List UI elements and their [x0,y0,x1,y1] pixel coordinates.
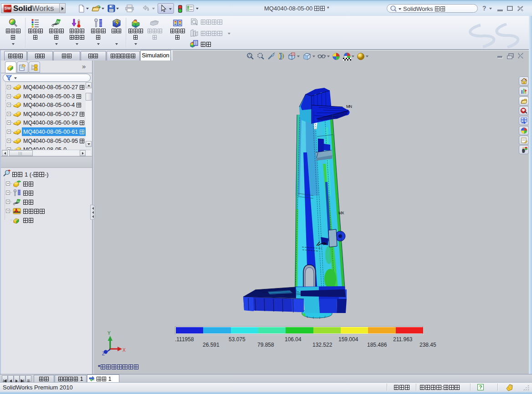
svg-text:Z: Z [102,351,105,356]
svg-text:Y: Y [107,331,111,336]
svg-text:X: X [123,348,126,353]
